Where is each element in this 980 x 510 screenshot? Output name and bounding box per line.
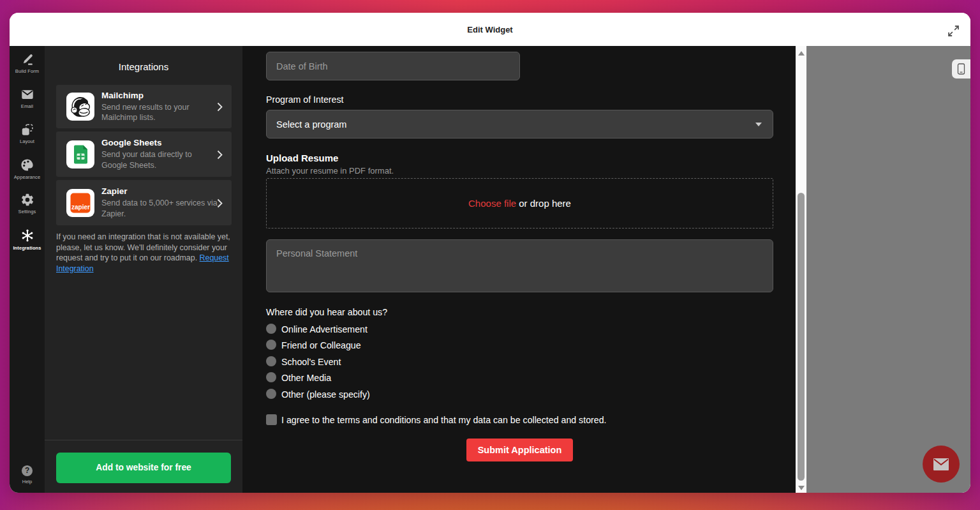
svg-text:?: ? — [25, 466, 29, 475]
svg-text:zapier: zapier — [71, 204, 90, 211]
